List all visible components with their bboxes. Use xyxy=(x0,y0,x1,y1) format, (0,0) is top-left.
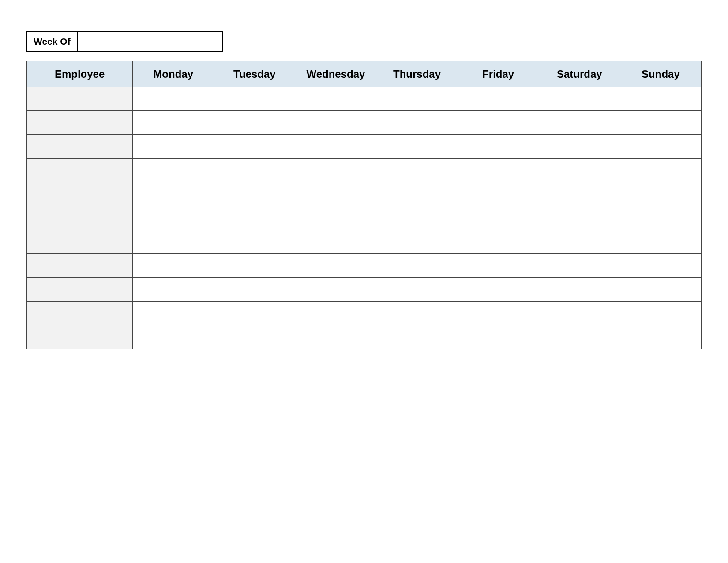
schedule-cell[interactable] xyxy=(458,87,539,111)
schedule-cell[interactable] xyxy=(133,325,214,349)
schedule-cell[interactable] xyxy=(376,230,458,254)
schedule-cell[interactable] xyxy=(539,135,620,159)
schedule-cell[interactable] xyxy=(539,87,620,111)
schedule-cell[interactable] xyxy=(458,135,539,159)
schedule-cell[interactable] xyxy=(539,302,620,325)
col-header-sunday: Sunday xyxy=(620,61,701,87)
schedule-cell[interactable] xyxy=(458,278,539,302)
schedule-cell[interactable] xyxy=(133,87,214,111)
schedule-cell[interactable] xyxy=(539,230,620,254)
schedule-cell[interactable] xyxy=(620,325,701,349)
schedule-cell[interactable] xyxy=(133,278,214,302)
schedule-cell[interactable] xyxy=(376,111,458,135)
schedule-cell[interactable] xyxy=(620,87,701,111)
schedule-cell[interactable] xyxy=(539,325,620,349)
table-row xyxy=(27,278,702,302)
schedule-cell[interactable] xyxy=(620,206,701,230)
schedule-cell[interactable] xyxy=(295,230,376,254)
employee-cell[interactable] xyxy=(27,87,133,111)
employee-cell[interactable] xyxy=(27,302,133,325)
schedule-cell[interactable] xyxy=(214,135,295,159)
schedule-cell[interactable] xyxy=(376,302,458,325)
col-header-tuesday: Tuesday xyxy=(214,61,295,87)
schedule-cell[interactable] xyxy=(458,159,539,182)
schedule-cell[interactable] xyxy=(133,135,214,159)
schedule-cell[interactable] xyxy=(214,278,295,302)
schedule-cell[interactable] xyxy=(214,206,295,230)
weekof-value[interactable] xyxy=(78,31,223,52)
schedule-cell[interactable] xyxy=(620,254,701,278)
schedule-cell[interactable] xyxy=(458,111,539,135)
schedule-cell[interactable] xyxy=(620,278,701,302)
schedule-cell[interactable] xyxy=(620,302,701,325)
schedule-cell[interactable] xyxy=(295,111,376,135)
schedule-cell[interactable] xyxy=(133,182,214,206)
employee-cell[interactable] xyxy=(27,182,133,206)
schedule-cell[interactable] xyxy=(214,87,295,111)
table-row xyxy=(27,182,702,206)
table-row xyxy=(27,159,702,182)
weekof-box: Week Of xyxy=(26,31,702,52)
schedule-cell[interactable] xyxy=(214,254,295,278)
schedule-cell[interactable] xyxy=(295,206,376,230)
employee-cell[interactable] xyxy=(27,325,133,349)
schedule-cell[interactable] xyxy=(539,182,620,206)
employee-cell[interactable] xyxy=(27,159,133,182)
schedule-cell[interactable] xyxy=(458,302,539,325)
schedule-cell[interactable] xyxy=(458,182,539,206)
schedule-cell[interactable] xyxy=(539,159,620,182)
schedule-cell[interactable] xyxy=(295,325,376,349)
schedule-cell[interactable] xyxy=(295,182,376,206)
employee-cell[interactable] xyxy=(27,278,133,302)
schedule-cell[interactable] xyxy=(376,325,458,349)
schedule-cell[interactable] xyxy=(295,254,376,278)
schedule-cell[interactable] xyxy=(620,159,701,182)
schedule-cell[interactable] xyxy=(214,302,295,325)
schedule-cell[interactable] xyxy=(620,182,701,206)
schedule-cell[interactable] xyxy=(376,278,458,302)
schedule-cell[interactable] xyxy=(295,302,376,325)
table-row xyxy=(27,254,702,278)
schedule-cell[interactable] xyxy=(133,206,214,230)
schedule-cell[interactable] xyxy=(214,182,295,206)
employee-cell[interactable] xyxy=(27,206,133,230)
schedule-document: Week Of Employee Monday Tuesday Wednesda… xyxy=(0,0,728,349)
schedule-cell[interactable] xyxy=(295,135,376,159)
schedule-cell[interactable] xyxy=(214,111,295,135)
employee-cell[interactable] xyxy=(27,111,133,135)
schedule-cell[interactable] xyxy=(376,206,458,230)
schedule-cell[interactable] xyxy=(458,325,539,349)
employee-cell[interactable] xyxy=(27,254,133,278)
schedule-cell[interactable] xyxy=(376,135,458,159)
schedule-cell[interactable] xyxy=(539,111,620,135)
schedule-cell[interactable] xyxy=(539,206,620,230)
col-header-wednesday: Wednesday xyxy=(295,61,376,87)
schedule-cell[interactable] xyxy=(214,159,295,182)
schedule-cell[interactable] xyxy=(458,230,539,254)
schedule-cell[interactable] xyxy=(295,159,376,182)
schedule-cell[interactable] xyxy=(295,87,376,111)
schedule-cell[interactable] xyxy=(133,111,214,135)
table-row xyxy=(27,135,702,159)
schedule-cell[interactable] xyxy=(458,254,539,278)
schedule-cell[interactable] xyxy=(214,325,295,349)
schedule-cell[interactable] xyxy=(539,254,620,278)
employee-cell[interactable] xyxy=(27,135,133,159)
schedule-cell[interactable] xyxy=(376,87,458,111)
schedule-cell[interactable] xyxy=(376,254,458,278)
schedule-cell[interactable] xyxy=(133,159,214,182)
schedule-cell[interactable] xyxy=(133,230,214,254)
schedule-cell[interactable] xyxy=(295,278,376,302)
schedule-cell[interactable] xyxy=(458,206,539,230)
schedule-cell[interactable] xyxy=(376,159,458,182)
schedule-cell[interactable] xyxy=(133,302,214,325)
schedule-cell[interactable] xyxy=(214,230,295,254)
table-row xyxy=(27,206,702,230)
schedule-cell[interactable] xyxy=(376,182,458,206)
schedule-cell[interactable] xyxy=(620,135,701,159)
employee-cell[interactable] xyxy=(27,230,133,254)
schedule-cell[interactable] xyxy=(620,111,701,135)
schedule-cell[interactable] xyxy=(133,254,214,278)
schedule-cell[interactable] xyxy=(620,230,701,254)
schedule-cell[interactable] xyxy=(539,278,620,302)
